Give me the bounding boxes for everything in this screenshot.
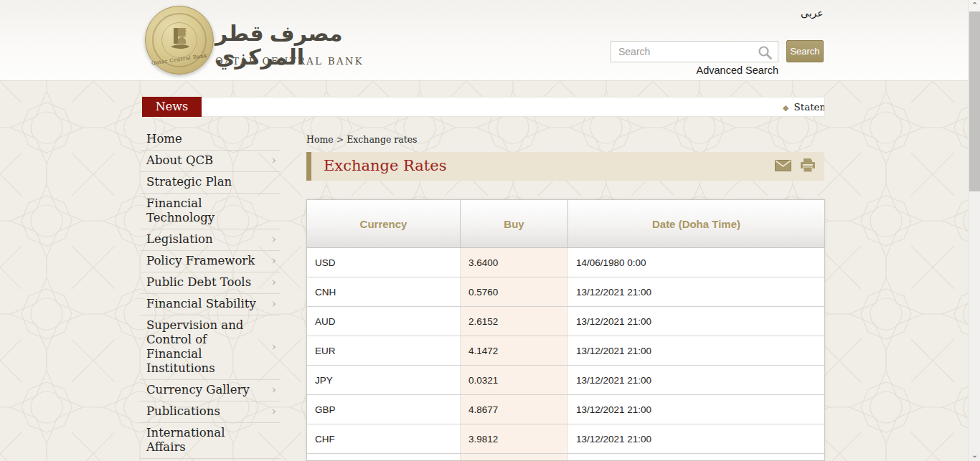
search-magnifier-icon [758,45,772,60]
table-row-gbp: GBP 4.8677 13/12/2021 21:00 [307,395,824,424]
email-icon[interactable] [775,160,791,171]
scroll-down-icon[interactable]: ⌄ [969,450,980,461]
currency-cell: AUD [307,307,461,336]
sidebar-item-strategic-plan[interactable]: Strategic Plan› [140,172,281,194]
sidebar-item-currency-gallery[interactable]: Currency Gallery› [140,380,281,401]
sidebar-item-label: Policy Framework [146,254,255,267]
logo-english-name: QATAR CENTRAL BANK [215,56,364,67]
chevron-right-icon: › [271,404,276,418]
table-row-eur: EUR 4.1472 13/12/2021 21:00 [307,336,824,366]
column-header-date: Date (Doha Time) [568,200,824,247]
table-row-usd: USD 3.6400 14/06/1980 0:00 [307,248,824,277]
sidebar-item-label: Strategic Plan [146,175,232,189]
seal-emblem-icon [168,25,192,54]
advanced-search-link[interactable]: Advanced Search [611,65,778,76]
table-header-row: Currency Buy Date (Doha Time) [307,200,824,248]
date-cell: 13/12/2021 21:00 [568,395,824,424]
date-cell: 13/12/2021 21:00 [568,307,824,336]
exchange-rates-table: Currency Buy Date (Doha Time) USD 3.6400… [306,199,825,461]
diamond-bullet-icon: ◆ [783,103,788,113]
news-ticker-strip: ◆Statement [202,97,825,117]
sidebar-item-label: About QCB [146,153,213,167]
date-cell [568,454,824,461]
news-label: News [142,97,202,117]
table-row-cnh: CNH 0.5760 13/12/2021 21:00 [307,277,824,307]
sidebar-item-label: Home [146,132,182,146]
currency-cell: CHF [307,424,461,453]
column-header-currency: Currency [307,200,461,247]
sidebar-item-publications[interactable]: Publications› [140,401,281,423]
sidebar-item-label: Financial Stability [146,297,256,310]
buy-cell: 0.5760 [461,277,568,306]
currency-cell: EUR [307,336,461,365]
sidebar-item-label: Public Debt Tools [146,275,251,289]
sidebar-item-label: Legislation [146,232,213,246]
sidebar-item-label: Supervision and Control of Financial Ins… [146,318,243,375]
chevron-right-icon: › [271,232,276,246]
search-button[interactable]: Search [786,40,824,62]
search-box [611,41,778,62]
browser-viewport: Qatar Central Bank مصرف قطر المركزي QATA… [0,0,968,461]
table-row-jpy: JPY 0.0321 13/12/2021 21:00 [307,366,824,395]
breadcrumb-separator: > [336,134,344,145]
date-cell: 13/12/2021 21:00 [568,277,824,306]
news-ticker-item[interactable]: ◆Statement [783,98,824,116]
breadcrumb-current: Exchange rates [347,134,417,145]
arabic-language-link[interactable]: عربى [801,7,824,19]
table-row-partial [307,454,824,461]
chevron-right-icon: › [271,275,276,289]
buy-cell: 2.6152 [461,307,568,336]
site-header: Qatar Central Bank مصرف قطر المركزي QATA… [0,0,968,81]
column-header-buy: Buy [461,200,568,247]
buy-cell: 0.0321 [461,366,568,394]
chevron-right-icon: › [271,253,276,267]
sidebar-item-policy-framework[interactable]: Policy Framework› [140,251,281,272]
sidebar-item-home[interactable]: Home› [140,129,281,151]
buy-cell: 4.8677 [461,395,568,424]
sidebar-item-about-qcb[interactable]: About QCB› [140,151,281,172]
currency-cell: JPY [307,366,461,394]
buy-cell: 3.9812 [461,424,568,453]
date-cell: 13/12/2021 21:00 [568,424,824,453]
buy-cell: 4.1472 [461,336,568,365]
vertical-scrollbar[interactable]: ⌃ ⌄ [968,0,980,461]
print-icon[interactable] [800,158,816,173]
sidebar-navigation: Home› About QCB› Strategic Plan› Financi… [140,129,281,461]
date-cell: 13/12/2021 21:00 [568,366,824,394]
scroll-up-icon[interactable]: ⌃ [969,0,980,11]
search-input[interactable] [611,42,778,62]
currency-cell [307,454,461,461]
buy-cell [461,454,568,461]
currency-cell: GBP [307,395,461,424]
news-ticker-text: Statement [793,101,824,113]
chevron-right-icon: › [271,339,276,353]
sidebar-item-public-debt-tools[interactable]: Public Debt Tools› [140,272,281,294]
table-row-chf: CHF 3.9812 13/12/2021 21:00 [307,424,824,454]
breadcrumb: Home>Exchange rates [306,134,418,145]
sidebar-item-legislation[interactable]: Legislation› [140,229,281,251]
breadcrumb-home-link[interactable]: Home [306,134,334,145]
page-title: Exchange Rates [324,152,447,180]
page-title-bar: Exchange Rates [306,152,824,181]
chevron-right-icon: › [271,296,276,310]
title-accent-bar [306,152,311,181]
sidebar-item-label: Currency Gallery [146,383,250,396]
scrollbar-thumb[interactable] [969,11,980,191]
chevron-right-icon: › [271,382,276,396]
currency-cell: CNH [307,277,461,306]
currency-cell: USD [307,248,461,277]
sidebar-item-international-affairs[interactable]: International Affairs› [140,423,281,459]
sidebar-item-label: Publications [146,404,220,418]
sidebar-item-label: International Affairs [146,426,225,454]
chevron-right-icon: › [271,153,276,167]
date-cell: 14/06/1980 0:00 [568,248,824,277]
date-cell: 13/12/2021 21:00 [568,336,824,365]
sidebar-item-financial-stability[interactable]: Financial Stability› [140,294,281,315]
table-row-aud: AUD 2.6152 13/12/2021 21:00 [307,307,824,336]
sidebar-item-supervision-and-control[interactable]: Supervision and Control of Financial Ins… [140,315,281,380]
sidebar-item-financial-technology[interactable]: Financial Technology› [140,194,281,229]
buy-cell: 3.6400 [461,248,568,277]
sidebar-item-label: Financial Technology [146,196,215,224]
qcb-seal-logo[interactable]: Qatar Central Bank [145,6,214,75]
